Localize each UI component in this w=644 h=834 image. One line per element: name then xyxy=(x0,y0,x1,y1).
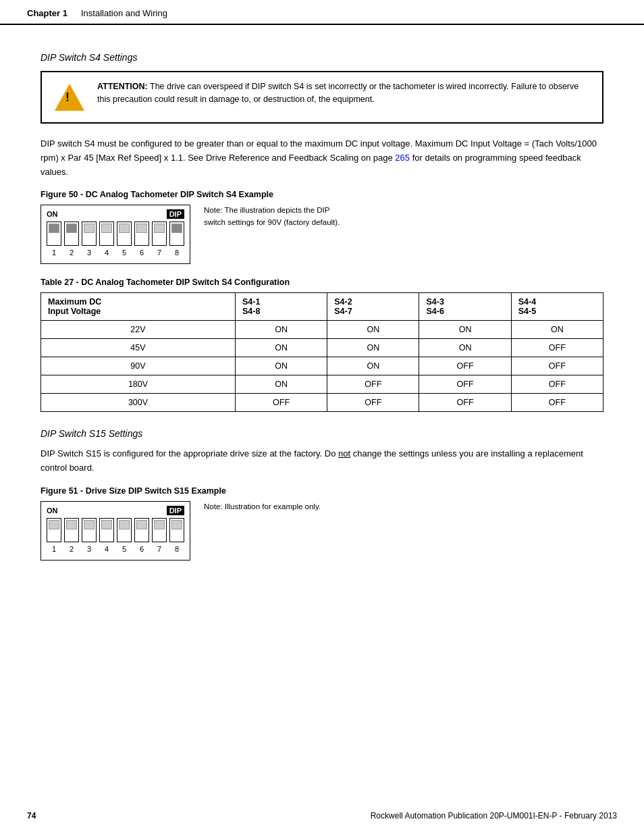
chapter-title: Installation and Wiring xyxy=(81,8,167,18)
cell-voltage-300v: 300V xyxy=(41,394,236,412)
figure-50-note: Note: The illustration depicts the DIP s… xyxy=(204,205,352,228)
cell-s42-180v: OFF xyxy=(327,375,419,394)
table-row: 180V ON OFF OFF OFF xyxy=(41,375,603,394)
col-header-s4-3: S4-3S4-6 xyxy=(419,293,511,321)
figure-51-note: Note: Illustration for example only. xyxy=(204,501,321,513)
table-row: 45V ON ON ON OFF xyxy=(41,339,603,357)
dip-s4-body: DIP switch S4 must be configured to be g… xyxy=(41,137,603,179)
cell-s42-90v: ON xyxy=(327,357,419,375)
underline-not: not xyxy=(338,448,350,459)
dip-switch-7 xyxy=(152,221,167,246)
dip-num-3: 3 xyxy=(82,249,97,257)
dip-num-8: 8 xyxy=(169,249,184,257)
dip-num-6: 6 xyxy=(134,249,149,257)
cell-s44-22v: ON xyxy=(511,321,603,339)
publication-info: Rockwell Automation Publication 20P-UM00… xyxy=(371,811,617,820)
dip-s15-dip-label: DIP xyxy=(167,506,184,515)
dip-switch-3 xyxy=(82,221,97,246)
dip-s15-switch-6 xyxy=(134,518,149,542)
table-header-row: Maximum DCInput Voltage S4-1S4-8 S4-2S4-… xyxy=(41,293,603,321)
dip-s15-switches-row xyxy=(47,518,184,542)
cell-s41-22v: ON xyxy=(235,321,327,339)
table-27: Maximum DCInput Voltage S4-1S4-8 S4-2S4-… xyxy=(41,292,603,412)
dip-s15-switch-7 xyxy=(152,518,167,542)
table-row: 90V ON ON OFF OFF xyxy=(41,357,603,375)
dip-s15-num-1: 1 xyxy=(47,545,61,553)
dip-s15-num-3: 3 xyxy=(82,545,97,553)
cell-s43-45v: ON xyxy=(419,339,511,357)
dip-switch-6 xyxy=(134,221,149,246)
dip-label-row: ON DIP xyxy=(47,209,184,219)
col-header-s4-2: S4-2S4-7 xyxy=(327,293,419,321)
dip-num-1: 1 xyxy=(47,249,61,257)
figure-51: ON DIP 1 2 3 4 5 xyxy=(41,501,603,561)
cell-s41-90v: ON xyxy=(235,357,327,375)
attention-label: ATTENTION: xyxy=(97,82,148,91)
dip-num-4: 4 xyxy=(99,249,114,257)
dip-s15-num-2: 2 xyxy=(64,545,79,553)
dip-s15-num-5: 5 xyxy=(117,545,132,553)
warning-icon xyxy=(53,80,86,114)
dip-numbers-row: 1 2 3 4 5 6 7 8 xyxy=(47,249,184,257)
attention-text: ATTENTION: The drive can overspeed if DI… xyxy=(97,80,591,106)
cell-s42-22v: ON xyxy=(327,321,419,339)
cell-s42-45v: ON xyxy=(327,339,419,357)
dip-s15-switch-1 xyxy=(47,518,61,542)
dip-s15-num-6: 6 xyxy=(134,545,149,553)
dip-s15-on-label: ON xyxy=(47,506,58,515)
dip-num-2: 2 xyxy=(64,249,79,257)
cell-voltage-45v: 45V xyxy=(41,339,236,357)
dip-s15-numbers-row: 1 2 3 4 5 6 7 8 xyxy=(47,545,184,553)
dip-s4-section-title: DIP Switch S4 Settings xyxy=(41,52,603,63)
cell-s41-180v: ON xyxy=(235,375,327,394)
dip-s15-section-title: DIP Switch S15 Settings xyxy=(41,428,603,439)
cell-s44-90v: OFF xyxy=(511,357,603,375)
dip-num-7: 7 xyxy=(152,249,167,257)
dip-switch-8 xyxy=(169,221,184,246)
cell-s41-300v: OFF xyxy=(235,394,327,412)
figure-50-caption: Figure 50 - DC Analog Tachometer DIP Swi… xyxy=(41,190,603,199)
cell-s44-45v: OFF xyxy=(511,339,603,357)
dip-s15-body: DIP Switch S15 is configured for the app… xyxy=(41,447,603,475)
triangle-icon xyxy=(55,84,84,111)
table-row: 22V ON ON ON ON xyxy=(41,321,603,339)
cell-voltage-90v: 90V xyxy=(41,357,236,375)
dip-s15-switch-3 xyxy=(82,518,97,542)
dip-s15-num-8: 8 xyxy=(169,545,184,553)
chapter-label: Chapter 1 xyxy=(27,8,68,18)
table-row: 300V OFF OFF OFF OFF xyxy=(41,394,603,412)
cell-s41-45v: ON xyxy=(235,339,327,357)
dip-on-label: ON xyxy=(47,210,58,218)
dip-s15-switch-5 xyxy=(117,518,132,542)
table-27-caption: Table 27 - DC Analog Tachometer DIP Swit… xyxy=(41,278,603,287)
dip-dip-label: DIP xyxy=(167,209,184,219)
col-header-s4-4: S4-4S4-5 xyxy=(511,293,603,321)
dip-s4-diagram: ON DIP 1 2 3 4 xyxy=(41,205,190,264)
cell-s43-90v: OFF xyxy=(419,357,511,375)
page: Chapter 1 Installation and Wiring DIP Sw… xyxy=(0,0,644,834)
col-header-s4-1: S4-1S4-8 xyxy=(235,293,327,321)
dip-s15-diagram: ON DIP 1 2 3 4 5 xyxy=(41,501,190,561)
figure-51-caption: Figure 51 - Drive Size DIP Switch S15 Ex… xyxy=(41,486,603,496)
cell-s43-300v: OFF xyxy=(419,394,511,412)
dip-s15-num-4: 4 xyxy=(99,545,114,553)
col-header-voltage: Maximum DCInput Voltage xyxy=(41,293,236,321)
dip-s15-switch-8 xyxy=(169,518,184,542)
dip-switch-2 xyxy=(64,221,79,246)
dip-s15-switch-4 xyxy=(99,518,114,542)
dip-s15-switch-2 xyxy=(64,518,79,542)
cell-s42-300v: OFF xyxy=(327,394,419,412)
cell-s44-300v: OFF xyxy=(511,394,603,412)
cell-s44-180v: OFF xyxy=(511,375,603,394)
main-content: DIP Switch S4 Settings ATTENTION: The dr… xyxy=(0,25,644,615)
page-header: Chapter 1 Installation and Wiring xyxy=(0,0,644,25)
attention-body: The drive can overspeed if DIP switch S4… xyxy=(97,82,579,104)
page-link-265[interactable]: 265 xyxy=(395,153,410,163)
dip-switch-1 xyxy=(47,221,61,246)
dip-num-5: 5 xyxy=(117,249,132,257)
cell-s43-22v: ON xyxy=(419,321,511,339)
cell-s43-180v: OFF xyxy=(419,375,511,394)
dip-s15-label-row: ON DIP xyxy=(47,506,184,515)
attention-box: ATTENTION: The drive can overspeed if DI… xyxy=(41,71,603,124)
page-footer: 74 Rockwell Automation Publication 20P-U… xyxy=(0,811,644,820)
